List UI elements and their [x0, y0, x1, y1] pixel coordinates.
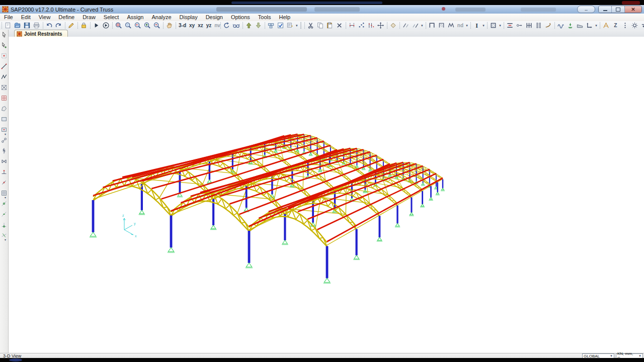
- swap-views-button[interactable]: [639, 22, 644, 30]
- show-frame-axes-button[interactable]: [585, 22, 594, 30]
- redo-button[interactable]: [54, 22, 63, 30]
- auto-mesh-area-dropdown[interactable]: ▾: [5, 196, 9, 199]
- rubber-band-zoom-button[interactable]: [114, 22, 123, 30]
- frame-releases-button[interactable]: [524, 22, 534, 30]
- quick-draw-frame-button[interactable]: [0, 73, 8, 81]
- frame-insertion-point-button[interactable]: [505, 22, 515, 30]
- close-button[interactable]: ✕: [625, 6, 641, 13]
- snap-to-perpendicular-button[interactable]: [0, 221, 8, 229]
- frame-section-nd-button[interactable]: nd: [456, 22, 465, 30]
- snap-options-button[interactable]: [630, 22, 639, 30]
- show-frame-axes-dropdown[interactable]: ▾: [594, 22, 598, 30]
- perspective-toggle-button[interactable]: [231, 22, 241, 30]
- model-viewport[interactable]: zyx: [9, 37, 644, 353]
- menu-assign[interactable]: Assign: [123, 14, 147, 21]
- area-draw-options-button[interactable]: [388, 22, 398, 30]
- pan-button[interactable]: [165, 22, 174, 30]
- view-3d-button[interactable]: 3-d: [177, 22, 188, 30]
- run-analysis-button[interactable]: [92, 22, 101, 30]
- quick-draw-braces-button[interactable]: [0, 83, 8, 92]
- cut-button[interactable]: [306, 22, 315, 30]
- tab-joint-restraints[interactable]: Joint Restraints: [14, 30, 68, 37]
- reshape-object-button[interactable]: [0, 41, 8, 49]
- open-file-button[interactable]: [13, 22, 22, 30]
- draw-one-joint-link-button[interactable]: [0, 136, 8, 144]
- restore-button[interactable]: [612, 6, 625, 13]
- assign-joint-dots-button[interactable]: [620, 22, 630, 30]
- assign-z-coordinate-button[interactable]: Z: [611, 22, 620, 30]
- refresh-window-button[interactable]: [66, 22, 76, 30]
- quick-draw-area-button[interactable]: ▾: [0, 126, 8, 134]
- undo-button[interactable]: [44, 22, 54, 30]
- new-model-button[interactable]: [3, 22, 13, 30]
- menu-select[interactable]: Select: [100, 14, 123, 21]
- draw-rect-area-button[interactable]: [0, 115, 8, 123]
- menu-draw[interactable]: Draw: [78, 14, 100, 21]
- snap-to-lines-button[interactable]: ▾: [0, 231, 8, 239]
- quick-draw-secondary-beams-button[interactable]: [0, 94, 8, 102]
- menu-define[interactable]: Define: [54, 14, 78, 21]
- menu-display[interactable]: Display: [176, 14, 202, 21]
- copy-button[interactable]: [315, 22, 325, 30]
- menu-view[interactable]: View: [35, 14, 55, 21]
- object-shrink-toggle-button[interactable]: [266, 22, 276, 30]
- view-xz-button[interactable]: xz: [196, 22, 205, 30]
- zoom-out-button[interactable]: [152, 22, 162, 30]
- draw-reference-line-button[interactable]: [0, 178, 8, 187]
- interactive-move-button[interactable]: [543, 22, 553, 30]
- draw-frame-joint-button[interactable]: [0, 168, 8, 176]
- set-display-options-dropdown[interactable]: ▾: [295, 22, 299, 30]
- frame-release-end-dropdown[interactable]: ▾: [420, 22, 424, 30]
- frame-section-i-button[interactable]: I: [472, 22, 481, 30]
- menu-help[interactable]: Help: [275, 14, 295, 21]
- menu-options[interactable]: Options: [227, 14, 254, 21]
- frame-section-hatched-button[interactable]: [437, 22, 446, 30]
- frame-section-nd-dropdown[interactable]: ▾: [465, 22, 469, 30]
- frame-release-end-button[interactable]: [411, 22, 420, 30]
- local-axes-button[interactable]: [534, 22, 543, 30]
- select-all-button[interactable]: [276, 22, 285, 30]
- minimize-button[interactable]: [599, 6, 612, 13]
- previous-zoom-button[interactable]: [133, 22, 142, 30]
- show-load-ramp-button[interactable]: [575, 22, 585, 30]
- frame-section-channel-button[interactable]: [427, 22, 437, 30]
- view-nv-button[interactable]: nv: [213, 22, 222, 30]
- show-deformed-shape-button[interactable]: [556, 22, 566, 30]
- view-xy-button[interactable]: xy: [188, 22, 196, 30]
- move-up-in-list-button[interactable]: [244, 22, 254, 30]
- area-section-dropdown[interactable]: ▾: [498, 22, 502, 30]
- frame-release-start-button[interactable]: [401, 22, 411, 30]
- interactive-database-button[interactable]: [347, 22, 357, 30]
- run-time-history-button[interactable]: [101, 22, 111, 30]
- view-yz-button[interactable]: yz: [205, 22, 213, 30]
- zoom-in-button[interactable]: [142, 22, 152, 30]
- save-model-button[interactable]: [22, 22, 32, 30]
- rotate-3d-view-button[interactable]: [222, 22, 231, 30]
- set-display-options-button[interactable]: [285, 22, 295, 30]
- auto-mesh-area-button[interactable]: ▾: [0, 189, 8, 197]
- draw-two-joint-link-button[interactable]: [0, 147, 8, 155]
- quick-draw-link-button[interactable]: [0, 157, 8, 165]
- menu-edit[interactable]: Edit: [17, 14, 35, 21]
- menu-design[interactable]: Design: [202, 14, 227, 21]
- show-restraints-button[interactable]: [566, 22, 575, 30]
- menu-file[interactable]: File: [0, 14, 17, 21]
- move-down-in-list-button[interactable]: [254, 22, 263, 30]
- draw-joint-button[interactable]: [0, 52, 8, 60]
- menu-tools[interactable]: Tools: [254, 14, 275, 21]
- quick-draw-area-dropdown[interactable]: ▾: [5, 132, 9, 136]
- joint-pattern-button[interactable]: [357, 22, 366, 30]
- restore-full-view-button[interactable]: [123, 22, 133, 30]
- frame-section-i-dropdown[interactable]: ▾: [481, 22, 486, 30]
- area-section-button[interactable]: [489, 22, 498, 30]
- paste-button[interactable]: [325, 22, 335, 30]
- edit-lines-button[interactable]: [366, 22, 376, 30]
- assign-joint-pattern-button[interactable]: [601, 22, 611, 30]
- snap-to-midpoints-button[interactable]: [0, 210, 8, 218]
- resize-button[interactable]: ↔: [577, 6, 595, 13]
- print-button[interactable]: [32, 22, 41, 30]
- draw-poly-area-button[interactable]: [0, 105, 8, 113]
- delete-button[interactable]: [335, 22, 344, 30]
- frame-section-truss-button[interactable]: [446, 22, 456, 30]
- select-pointer-button[interactable]: [0, 31, 8, 39]
